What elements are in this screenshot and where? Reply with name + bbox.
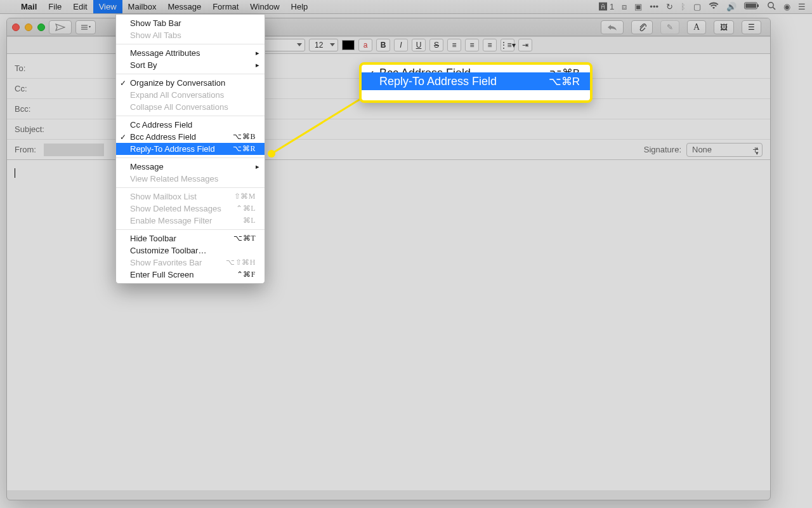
font-size-value: 12 — [315, 41, 323, 50]
menuitem-sort-by[interactable]: Sort By — [116, 59, 265, 71]
menuitem-hide-toolbar-shortcut: ⌥⌘T — [233, 234, 256, 243]
menuitem-bcc-shortcut: ⌥⌘B — [233, 132, 256, 142]
signature-label: Signature: — [644, 145, 681, 154]
header-fields-button[interactable] — [75, 20, 96, 34]
menuitem-bcc-field[interactable]: Bcc Address Field⌥⌘B — [116, 131, 265, 143]
cc-label: Cc: — [15, 84, 59, 93]
callout-leader — [265, 95, 373, 161]
menu-window[interactable]: Window — [244, 0, 285, 13]
dropbox-icon[interactable]: ⧈ — [622, 2, 627, 12]
menuitem-show-favorites-label: Show Favorites Bar — [130, 258, 202, 267]
airplay-icon[interactable]: ▢ — [693, 2, 701, 11]
menuitem-enter-full-screen[interactable]: Enter Full Screen⌃⌘F — [116, 269, 265, 281]
italic-button[interactable]: I — [394, 39, 408, 51]
menuitem-expand-all: Expand All Conversations — [116, 89, 265, 101]
menu-help[interactable]: Help — [285, 0, 314, 13]
menu-file[interactable]: File — [43, 0, 67, 13]
menuitem-show-favorites: Show Favorites Bar⌥⇧⌘H — [116, 257, 265, 269]
markup-button[interactable]: ✎ — [660, 20, 679, 34]
callout-reply-to-label: Reply-To Address Field — [379, 75, 497, 88]
menuitem-collapse-all: Collapse All Conversations — [116, 101, 265, 113]
menu-separator — [116, 229, 265, 230]
menuitem-cc-field[interactable]: Cc Address Field — [116, 119, 265, 131]
menuitem-show-all-tabs: Show All Tabs — [116, 29, 265, 41]
menu-view[interactable]: View — [93, 0, 122, 13]
menuitem-customize-toolbar[interactable]: Customize Toolbar… — [116, 244, 265, 257]
callout-reply-to-row: Reply-To Address Field ⌥⌘R — [362, 72, 590, 90]
from-value-redacted[interactable] — [44, 144, 104, 156]
close-button[interactable] — [12, 23, 20, 31]
send-button[interactable] — [49, 20, 72, 34]
strike-button[interactable]: S — [429, 39, 443, 51]
text-cursor — [15, 168, 15, 178]
spotlight-icon[interactable] — [767, 1, 776, 12]
menu-separator — [116, 116, 265, 116]
menuitem-organize-by-conversation[interactable]: Organize by Conversation — [116, 77, 265, 89]
adobe-icon[interactable]: 🅰 1 — [599, 2, 614, 11]
underline-button[interactable]: U — [412, 39, 426, 51]
to-label: To: — [15, 64, 59, 73]
svg-point-3 — [768, 3, 773, 8]
display-icon[interactable]: ▣ — [634, 2, 642, 11]
more-icon[interactable]: ••• — [650, 2, 658, 11]
stationery-button[interactable]: ☰ — [742, 20, 761, 34]
apple-menu[interactable] — [0, 0, 15, 13]
attach-button[interactable] — [631, 20, 653, 34]
align-right-button[interactable]: ≡ — [483, 39, 497, 51]
from-label: From: — [15, 145, 44, 154]
bluetooth-icon[interactable]: ᛒ — [681, 2, 686, 11]
align-center-button[interactable]: ≡ — [465, 39, 479, 51]
bold-button[interactable]: B — [376, 39, 390, 51]
menu-mailbox[interactable]: Mailbox — [122, 0, 162, 13]
notification-center-icon[interactable]: ☰ — [798, 2, 806, 11]
menuitem-show-mailbox-label: Show Mailbox List — [130, 192, 197, 201]
menuitem-enable-filter: Enable Message Filter⌘L — [116, 215, 265, 227]
menu-format[interactable]: Format — [207, 0, 244, 13]
timemachine-icon[interactable]: ↻ — [666, 2, 673, 11]
siri-icon[interactable]: ◉ — [783, 2, 790, 11]
signature-select[interactable]: None ▴▾ — [686, 143, 763, 157]
photo-browser-button[interactable]: 🖼 — [714, 20, 734, 34]
menuitem-reply-to-shortcut: ⌥⌘R — [233, 144, 256, 154]
menuitem-hide-toolbar[interactable]: Hide Toolbar⌥⌘T — [116, 232, 265, 244]
menuitem-full-screen-label: Enter Full Screen — [130, 270, 193, 279]
menuitem-show-deleted-shortcut: ⌃⌘L — [236, 204, 256, 213]
minimize-button[interactable] — [25, 23, 32, 31]
align-left-button[interactable]: ≡ — [447, 39, 461, 51]
volume-icon[interactable]: 🔊 — [726, 2, 737, 11]
menuitem-enable-filter-label: Enable Message Filter — [130, 216, 212, 225]
wifi-icon[interactable] — [709, 2, 719, 11]
view-menu-dropdown: Show Tab Bar Show All Tabs Message Attri… — [115, 14, 265, 284]
callout-bubble: ✓ Bcc Address Field ⌥⌘B Reply-To Address… — [359, 62, 593, 103]
menu-separator — [116, 157, 265, 158]
text-color-swatch[interactable] — [342, 40, 355, 50]
svg-point-9 — [268, 150, 275, 157]
indent-button[interactable]: ⇥ — [518, 39, 532, 51]
menuitem-full-screen-shortcut: ⌃⌘F — [237, 270, 256, 279]
list-button[interactable]: ⋮≡▾ — [501, 39, 514, 51]
menuitem-show-mailbox-shortcut: ⇧⌘M — [234, 192, 256, 201]
format-button[interactable]: A — [687, 20, 706, 34]
adobe-badge: 1 — [610, 2, 614, 11]
menuitem-show-mailbox: Show Mailbox List⇧⌘M — [116, 190, 265, 203]
menuitem-show-tab-bar[interactable]: Show Tab Bar — [116, 17, 265, 29]
zoom-button[interactable] — [37, 23, 45, 31]
menu-app-name[interactable]: Mail — [15, 0, 43, 13]
menuitem-view-related: View Related Messages — [116, 173, 265, 185]
bg-color-button[interactable]: a — [358, 39, 372, 51]
menuitem-hide-toolbar-label: Hide Toolbar — [130, 234, 176, 243]
menuitem-message-attributes[interactable]: Message Attributes — [116, 47, 265, 59]
callout-blank-row — [362, 90, 590, 100]
menuitem-message-sub[interactable]: Message — [116, 161, 265, 173]
menuitem-reply-to-field[interactable]: Reply-To Address Field⌥⌘R — [116, 143, 265, 155]
callout-bcc-label: Bcc Address Field — [379, 67, 471, 72]
menu-edit[interactable]: Edit — [67, 0, 93, 13]
menuitem-enable-filter-shortcut: ⌘L — [243, 216, 256, 225]
font-size-select[interactable]: 12 — [309, 39, 338, 51]
menu-message[interactable]: Message — [162, 0, 207, 13]
callout-bcc-shortcut: ⌥⌘B — [549, 67, 580, 72]
menuitem-show-deleted: Show Deleted Messages⌃⌘L — [116, 203, 265, 215]
signature-value: None — [692, 145, 712, 154]
battery-icon[interactable] — [744, 2, 759, 11]
reply-button[interactable] — [601, 20, 624, 34]
